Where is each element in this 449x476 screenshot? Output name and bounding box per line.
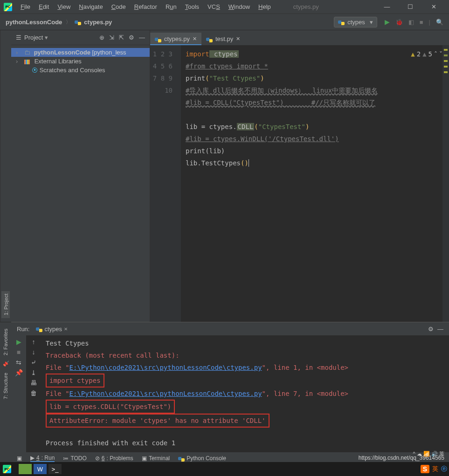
structure-tool-tab[interactable]: 7: Structure	[1, 370, 10, 402]
bottom-tab-todo[interactable]: ≔ TODO	[63, 455, 86, 462]
menu-file[interactable]: FFileile	[17, 1, 34, 12]
menu-window[interactable]: Window	[225, 1, 254, 12]
menu-view[interactable]: View	[54, 1, 74, 12]
editor-area: ctypes.py ✕ test.py ✕ 1 2 3 4 5 6 7 8 9 …	[150, 30, 449, 322]
debug-button[interactable]: 🐞	[395, 19, 403, 26]
menu-tools[interactable]: Tools	[181, 1, 203, 12]
project-pane-header: Project ⊕ ⇲ ⇱ ⚙ —	[11, 30, 150, 45]
console-output[interactable]: Test Ctypes Traceback (most recent call …	[41, 335, 449, 452]
error-stripe[interactable]	[442, 45, 449, 322]
bottom-tab-python-console[interactable]: Python Console	[178, 455, 226, 462]
collapse-all-icon[interactable]: ⇱	[119, 34, 124, 41]
os-taskbar: PC W >_ S 英 ⓔ	[0, 462, 449, 476]
close-button[interactable]: ✕	[427, 3, 441, 10]
project-root-node[interactable]: › 🗀 pythonLessonCode [python_less	[11, 48, 150, 57]
menu-run[interactable]: Run	[162, 1, 180, 12]
file-link[interactable]: E:\Python\code2021\src\pythonLessonCode\…	[69, 390, 262, 397]
favorites-tool-tab[interactable]: 2: Favorites	[1, 326, 10, 358]
hide-run-panel-icon[interactable]: —	[437, 326, 443, 333]
run-panel-label: Run:	[17, 326, 29, 333]
menu-help[interactable]: Help	[255, 1, 275, 12]
stop-button[interactable]: ■	[420, 19, 423, 26]
taskbar-app-icon[interactable]	[19, 464, 32, 474]
editor-tab-test[interactable]: test.py ✕	[201, 33, 245, 45]
window-title-file: ctypes.py	[293, 3, 319, 10]
toolbar-separator: |	[429, 19, 430, 26]
line-gutter[interactable]: 1 2 3 4 5 6 7 8 9 10	[150, 45, 181, 322]
python-file-icon	[155, 37, 161, 43]
editor-tab-ctypes[interactable]: ctypes.py ✕	[150, 33, 201, 45]
code-editor[interactable]: 1 2 3 4 5 6 7 8 9 10 import ctypes #from…	[150, 45, 449, 322]
library-icon	[24, 60, 30, 64]
bottom-tab-problems[interactable]: ⊘ 6: Problems	[95, 455, 133, 462]
menu-navigate[interactable]: Navigate	[75, 1, 106, 12]
navigation-bar: pythonLessonCode ctypes.py ctypes ▶ 🐞 ◧ …	[0, 14, 449, 30]
hide-tool-window-icon[interactable]: —	[139, 34, 145, 41]
sogou-ime-icon[interactable]: S	[421, 465, 429, 473]
stop-button[interactable]: ■	[17, 348, 21, 356]
python-file-icon	[75, 20, 81, 26]
traceback-line: Traceback (most recent call last):	[46, 349, 444, 361]
scroll-to-end-icon[interactable]: ⤓	[31, 369, 36, 376]
menu-refactor[interactable]: Refactor	[131, 1, 161, 12]
down-stacktrace-icon[interactable]: ↓	[32, 348, 35, 356]
pin-icon: 📌	[3, 361, 9, 367]
ime-language-indicator[interactable]: 英	[432, 465, 438, 473]
run-button[interactable]: ▶	[385, 18, 390, 26]
system-tray[interactable]: ^ ☁ 📶 🔊 英	[413, 450, 444, 457]
window-controls: — ☐ ✕	[380, 3, 445, 10]
prev-highlight-icon[interactable]: ˄	[434, 48, 437, 60]
close-run-tab-icon[interactable]: ✕	[64, 326, 68, 332]
run-with-coverage-button[interactable]: ◧	[408, 19, 414, 26]
pin-button[interactable]: 📌	[15, 369, 23, 376]
search-everywhere-icon[interactable]: 🔍	[436, 19, 443, 26]
menu-vcs[interactable]: VCS	[204, 1, 224, 12]
taskbar-terminal-icon[interactable]: >_	[48, 464, 62, 474]
layout-button[interactable]: ⇆	[16, 359, 21, 366]
minimize-button[interactable]: —	[380, 3, 394, 10]
up-stacktrace-icon[interactable]: ↑	[32, 338, 35, 346]
scratches-node[interactable]: ⦿ Scratches and Consoles	[11, 66, 150, 75]
menu-code[interactable]: Code	[108, 1, 130, 12]
bottom-tab-run[interactable]: ▶ 4: Run	[30, 455, 55, 462]
ime-status-icon[interactable]: ⓔ	[441, 465, 447, 473]
run-tab-ctypes[interactable]: ctypes ✕	[36, 326, 68, 333]
warning-icon: ▲	[411, 48, 414, 60]
exit-code-line: Process finished with exit code 1	[46, 437, 444, 449]
close-tab-icon[interactable]: ✕	[236, 36, 240, 42]
breadcrumb-file[interactable]: ctypes.py	[84, 19, 112, 26]
taskbar-pycharm-icon[interactable]: PC	[2, 463, 17, 475]
external-libraries-node[interactable]: › External Libraries	[11, 57, 150, 66]
traceback-file-2: File "E:\Python\code2021\src\pythonLesso…	[46, 388, 444, 400]
soft-wrap-icon[interactable]: ⤶	[31, 359, 36, 366]
pycharm-logo-icon: PC	[4, 3, 12, 11]
project-tree: › 🗀 pythonLessonCode [python_less › Exte…	[11, 45, 150, 77]
file-link[interactable]: E:\Python\code2021\src\pythonLessonCode\…	[69, 364, 262, 371]
inspection-widget[interactable]: ▲2 ▲5 ˄ ˅	[411, 48, 442, 60]
run-configuration-selector[interactable]: ctypes	[334, 17, 377, 27]
project-tool-tab[interactable]: 1: Project	[2, 291, 10, 318]
clear-icon[interactable]: 🗑	[30, 389, 37, 397]
close-tab-icon[interactable]: ✕	[193, 36, 197, 42]
taskbar-word-icon[interactable]: W	[34, 464, 47, 474]
expand-caret-icon[interactable]: ›	[16, 58, 18, 65]
breadcrumb-project[interactable]: pythonLessonCode	[6, 19, 62, 26]
expand-all-icon[interactable]: ⇲	[109, 34, 114, 41]
run-settings-icon[interactable]: ⚙	[428, 326, 434, 333]
next-highlight-icon[interactable]: ˅	[439, 48, 442, 60]
rerun-button[interactable]: ▶	[16, 338, 21, 346]
print-icon[interactable]: 🖶	[30, 379, 37, 387]
maximize-button[interactable]: ☐	[403, 3, 417, 10]
console-toolbar: ↑ ↓ ⤶ ⤓ 🖶 🗑	[26, 335, 41, 452]
expand-caret-icon[interactable]: ›	[16, 49, 18, 56]
show-tool-windows-icon[interactable]: ▣	[17, 455, 22, 462]
code-content[interactable]: import ctypes #from ctypes import * prin…	[181, 45, 442, 322]
breadcrumb: pythonLessonCode ctypes.py	[6, 18, 112, 26]
project-tool-window: Project ⊕ ⇲ ⇱ ⚙ — › 🗀 pythonLessonCode […	[11, 30, 150, 322]
project-view-selector[interactable]: Project	[16, 34, 48, 41]
bottom-tab-terminal[interactable]: ▣ Terminal	[142, 455, 170, 462]
select-opened-file-icon[interactable]: ⊕	[99, 34, 104, 41]
weak-warning-icon: ▲	[422, 48, 426, 60]
settings-icon[interactable]: ⚙	[129, 34, 134, 41]
menu-edit[interactable]: Edit	[35, 1, 53, 12]
